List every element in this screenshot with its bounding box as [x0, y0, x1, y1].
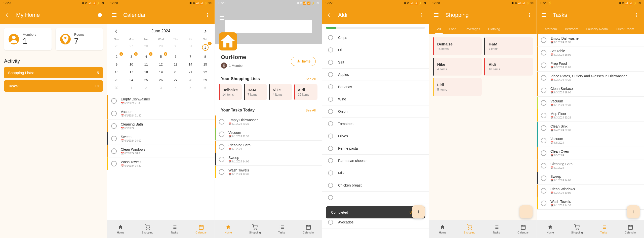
task-checkbox[interactable] — [541, 63, 546, 68]
task-checkbox[interactable] — [541, 75, 546, 81]
day-cell[interactable]: 4 — [168, 84, 183, 92]
day-cell[interactable]: 8 — [198, 53, 213, 61]
task-item[interactable]: Wash Towels📅 6/1/2024 14:30 — [215, 166, 322, 178]
shop-card[interactable]: H&M7 items — [244, 84, 267, 100]
task-checkbox[interactable] — [541, 163, 546, 168]
shop-card[interactable]: Lidl5 items — [433, 78, 482, 96]
item-checkbox[interactable] — [328, 84, 333, 89]
add-fab[interactable]: + — [519, 205, 533, 218]
task-checkbox[interactable] — [219, 132, 224, 137]
nav-home[interactable]: Home — [429, 220, 456, 238]
item-checkbox[interactable] — [328, 134, 333, 139]
menu-icon[interactable] — [541, 12, 547, 18]
nav-tasks[interactable]: Tasks — [161, 220, 188, 238]
task-checkbox[interactable] — [111, 161, 117, 166]
more-icon[interactable] — [205, 12, 211, 18]
list-item[interactable]: Salt — [322, 56, 429, 69]
task-checkbox[interactable] — [219, 157, 224, 162]
shop-card[interactable]: Delhaize14 items — [433, 37, 482, 55]
list-item[interactable]: Olives — [322, 130, 429, 142]
tab[interactable]: Laundry Room — [582, 24, 612, 34]
activity-shopping[interactable]: Shopping Lists:5 — [4, 67, 103, 78]
day-cell[interactable]: 9 — [109, 61, 124, 68]
list-item[interactable]: Milk — [322, 167, 429, 179]
more-icon[interactable] — [634, 12, 640, 18]
item-checkbox[interactable] — [328, 170, 333, 175]
day-cell[interactable]: 26 — [109, 42, 124, 53]
task-item[interactable]: Vacuum📅 6/1/2024 21:30 — [107, 107, 215, 120]
see-all-shopping[interactable]: See All — [306, 77, 316, 81]
item-checkbox[interactable] — [328, 158, 333, 163]
task-checkbox[interactable] — [541, 175, 546, 181]
day-cell[interactable]: 22 — [198, 68, 213, 76]
cloud-icon[interactable] — [97, 12, 103, 18]
item-checkbox[interactable] — [328, 97, 333, 102]
day-cell[interactable]: 1 — [124, 84, 139, 92]
nav-shopping[interactable]: Shopping — [564, 220, 590, 238]
task-item[interactable]: Clean Sink📅 6/4/2024 20:30 — [537, 122, 644, 134]
item-checkbox[interactable] — [328, 47, 333, 52]
task-item[interactable]: Vacuum📅 6/1/2024 21:30 — [537, 97, 644, 109]
day-cell[interactable]: 28 — [183, 76, 198, 84]
tab[interactable]: Clothing — [484, 24, 504, 34]
day-cell[interactable]: 19 — [153, 68, 168, 76]
back-icon[interactable] — [326, 12, 332, 18]
task-item[interactable]: Prep Food📅 6/3/2024 18:05 — [537, 59, 644, 72]
list-item[interactable]: Chips — [322, 32, 429, 44]
shop-card[interactable]: H&M7 items — [484, 37, 533, 55]
task-item[interactable]: Sweep📅 6/1/2024 14:00 — [215, 153, 322, 166]
day-cell[interactable]: 5 — [183, 84, 198, 92]
list-item[interactable]: Onion — [322, 105, 429, 118]
prev-month-icon[interactable] — [113, 28, 119, 34]
list-item[interactable]: Bananas — [322, 81, 429, 93]
day-cell[interactable]: 29 — [198, 76, 213, 84]
task-item[interactable]: Empty Dishwasher📅 6/1/2024 21:30 — [537, 34, 644, 46]
day-cell[interactable]: 15 — [198, 42, 213, 53]
task-checkbox[interactable] — [541, 37, 546, 43]
task-item[interactable]: Clean Oven📅 6/5/2024 — [537, 147, 644, 159]
task-item[interactable]: Clean Windows📅 6/2/2024 10:00 — [107, 145, 215, 157]
day-cell[interactable]: 30 — [109, 84, 124, 92]
nav-calendar[interactable]: Calendar — [510, 220, 537, 238]
day-cell[interactable]: 15 — [198, 61, 213, 68]
day-cell[interactable]: 26 — [153, 76, 168, 84]
item-checkbox[interactable] — [328, 195, 333, 200]
day-cell[interactable]: 31 — [183, 42, 198, 53]
day-cell[interactable]: 6 — [168, 53, 183, 61]
item-checkbox[interactable] — [328, 35, 333, 40]
nav-calendar[interactable]: Calendar — [188, 220, 215, 238]
task-checkbox[interactable] — [111, 148, 117, 154]
list-item[interactable]: Parmesan cheese — [322, 155, 429, 167]
shop-card[interactable]: Delhaize14 items — [219, 84, 242, 100]
task-checkbox[interactable] — [541, 88, 546, 93]
shop-card[interactable]: Nike4 items — [269, 84, 292, 100]
day-cell[interactable]: 30 — [168, 42, 183, 53]
activity-tasks[interactable]: Tasks:14 — [4, 80, 103, 92]
day-cell[interactable]: 20 — [168, 68, 183, 76]
task-item[interactable]: Clean Surface📅 6/3/2024 19:00 — [537, 84, 644, 97]
invite-button[interactable]: Invite — [291, 57, 316, 66]
task-checkbox[interactable] — [111, 123, 117, 129]
menu-icon[interactable] — [433, 12, 439, 18]
day-cell[interactable]: 51 — [153, 53, 168, 61]
day-cell[interactable]: 21 — [109, 53, 124, 61]
task-item[interactable]: Sweep📅 6/1/2024 14:00 — [537, 172, 644, 185]
day-cell[interactable]: 3 — [153, 84, 168, 92]
shop-card[interactable]: Nike4 items — [433, 58, 482, 76]
list-item[interactable]: Oil — [322, 44, 429, 56]
task-checkbox[interactable] — [219, 144, 224, 150]
tab[interactable]: athroom — [541, 24, 561, 34]
task-checkbox[interactable] — [111, 136, 117, 141]
task-item[interactable]: Place Plates, Cutlery and Glasses in Dis… — [537, 72, 644, 84]
task-checkbox[interactable] — [541, 138, 546, 143]
day-cell[interactable]: 23 — [109, 76, 124, 84]
item-checkbox[interactable] — [328, 183, 333, 188]
add-fab[interactable]: + — [412, 205, 425, 218]
task-item[interactable]: Set Table📅 6/3/2024 18:00 — [537, 46, 644, 59]
item-checkbox[interactable] — [328, 121, 333, 126]
rooms-card[interactable]: Rooms7 — [56, 28, 103, 50]
day-cell[interactable]: 16 — [109, 68, 124, 76]
nav-shopping[interactable]: Shopping — [134, 220, 161, 238]
day-cell[interactable]: 10 — [124, 61, 139, 68]
task-checkbox[interactable] — [541, 188, 546, 194]
